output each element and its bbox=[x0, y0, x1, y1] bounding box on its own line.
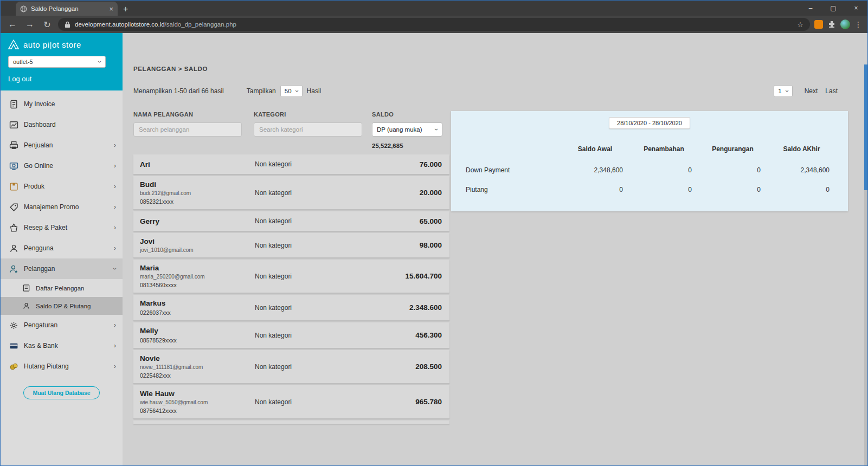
sidebar-item-go-online[interactable]: Go Online › bbox=[1, 156, 123, 176]
promo-icon bbox=[9, 203, 18, 212]
saldo-type-select[interactable]: DP (uang muka) › bbox=[372, 122, 442, 137]
table-row[interactable]: Novienovie_111181@gmail.com0225482xxx No… bbox=[133, 350, 449, 384]
page-scrollbar[interactable] bbox=[864, 64, 867, 466]
padlock-icon bbox=[65, 21, 70, 28]
sidebar-item-pengguna[interactable]: Pengguna › bbox=[1, 238, 123, 258]
customer-category: Non kategori bbox=[255, 273, 372, 280]
detail-value: 0 bbox=[629, 180, 698, 199]
page-number-select[interactable]: 1 › bbox=[774, 85, 792, 97]
scrollbar-thumb[interactable] bbox=[864, 64, 867, 190]
bank-icon bbox=[9, 341, 18, 351]
table-row[interactable]: Mariamaria_250200@gmail.com08134560xxxx … bbox=[133, 260, 449, 293]
customer-saldo: 208.500 bbox=[372, 363, 442, 371]
sidebar-item-label: Hutang Piutang bbox=[24, 363, 108, 370]
table-row[interactable]: Melly08578529xxxx Non kategori 456.300 bbox=[133, 322, 449, 348]
chevron-right-icon: › bbox=[114, 141, 116, 149]
search-kategori-input[interactable] bbox=[254, 122, 362, 137]
chevron-down-icon: › bbox=[783, 90, 791, 92]
sidebar-item-daftar-pelanggan[interactable]: Daftar Pelanggan bbox=[1, 279, 123, 297]
window-close-button[interactable]: × bbox=[845, 1, 867, 16]
chevron-down-icon: › bbox=[96, 61, 104, 63]
reload-database-button[interactable]: Muat Ulang Database bbox=[23, 386, 99, 399]
sidebar-item-produk[interactable]: Produk › bbox=[1, 176, 123, 197]
pagination-last-link[interactable]: Last bbox=[825, 87, 838, 95]
sidebar-item-saldo-dp-piutang[interactable]: Saldo DP & Piutang bbox=[1, 297, 123, 315]
table-row[interactable]: Ari Non kategori 76.000 bbox=[133, 154, 449, 174]
sidebar-item-pelanggan[interactable]: Pelanggan › bbox=[1, 258, 123, 279]
logout-link[interactable]: Log out bbox=[8, 75, 115, 83]
customer-saldo: 76.000 bbox=[372, 160, 442, 169]
detail-col-saldo-akhir: Saldo AKhir bbox=[767, 141, 836, 160]
sidebar-item-resep-paket[interactable]: Resep & Paket › bbox=[1, 217, 123, 238]
customer-saldo: 456.300 bbox=[372, 331, 442, 339]
sidebar-item-dashboard[interactable]: Dashboard bbox=[1, 114, 123, 135]
customer-saldo: 98.000 bbox=[372, 241, 442, 249]
table-row[interactable]: Markus0226037xxx Non kategori 2.348.600 bbox=[133, 295, 449, 321]
table-row[interactable]: Wie Hauwwie.hauw_5050@gmail.com08756412x… bbox=[133, 385, 449, 419]
customer-name: Maria bbox=[140, 264, 255, 272]
detail-col-pengurangan: Pengurangan bbox=[698, 141, 767, 160]
table-row[interactable]: Gerry Non kategori 65.000 bbox=[133, 211, 449, 231]
browser-tab[interactable]: Saldo Pelanggan × bbox=[16, 2, 118, 16]
sidebar-item-hutang-piutang[interactable]: Hutang Piutang › bbox=[1, 356, 123, 377]
pagination: 1 › Next Last bbox=[769, 85, 838, 97]
tab-favicon-globe-icon bbox=[20, 5, 27, 12]
customer-category: Non kategori bbox=[255, 332, 372, 339]
sidebar-item-kas-bank[interactable]: Kas & Bank › bbox=[1, 335, 123, 356]
bookmark-star-icon[interactable]: ☆ bbox=[797, 21, 803, 29]
customer-category: Non kategori bbox=[255, 304, 372, 312]
chevron-right-icon: › bbox=[114, 321, 116, 329]
window-maximize-button[interactable]: ▢ bbox=[822, 1, 845, 16]
extension-orange-icon[interactable] bbox=[814, 20, 823, 29]
chevron-right-icon: › bbox=[114, 183, 116, 190]
detail-value: 0 bbox=[561, 180, 629, 199]
customer-icon bbox=[9, 264, 18, 274]
sidebar-item-penjualan[interactable]: Penjualan › bbox=[1, 135, 123, 156]
search-pelanggan-input[interactable] bbox=[133, 122, 242, 137]
tab-close-icon[interactable]: × bbox=[109, 5, 113, 13]
profile-avatar[interactable] bbox=[840, 20, 850, 29]
window-minimize-button[interactable]: – bbox=[799, 1, 822, 16]
column-header-nama: NAMA PELANGGAN bbox=[133, 111, 254, 118]
customer-name: Ari bbox=[140, 160, 255, 169]
sidebar-item-label: Saldo DP & Piutang bbox=[36, 303, 116, 309]
reload-icon[interactable]: ↻ bbox=[41, 20, 54, 30]
detail-value: 0 bbox=[767, 180, 836, 199]
date-range-input[interactable]: 28/10/2020 - 28/10/2020 bbox=[609, 117, 690, 129]
detail-value: 0 bbox=[629, 160, 698, 180]
table-row-partial bbox=[133, 420, 449, 424]
url-path: /saldo_dp_pelanggan.php bbox=[165, 21, 236, 28]
pagination-next-link[interactable]: Next bbox=[805, 87, 818, 95]
browser-menu-icon[interactable]: ⋮ bbox=[854, 20, 862, 29]
sidebar-item-pengaturan[interactable]: Pengaturan › bbox=[1, 315, 123, 335]
customer-category: Non kategori bbox=[255, 189, 372, 197]
results-row: Menampilkan 1-50 dari 66 hasil Tampilkan… bbox=[133, 85, 867, 97]
customer-category: Non kategori bbox=[255, 242, 372, 249]
table-row[interactable]: Budibudi.212@gmail.com0852321xxxx Non ka… bbox=[133, 176, 449, 210]
sidebar-menu: My Invoice Dashboard Penjualan › Go Onli… bbox=[1, 90, 123, 377]
customer-email: maria_250200@gmail.com bbox=[140, 274, 255, 280]
outlet-select[interactable]: outlet-5 › bbox=[8, 56, 106, 68]
customer-phone: 08134560xxxx bbox=[140, 282, 255, 288]
customer-email: wie.hauw_5050@gmail.com bbox=[140, 399, 255, 405]
customer-saldo: 15.604.700 bbox=[372, 272, 442, 280]
customer-name: Wie Hauw bbox=[140, 390, 255, 398]
balance-icon bbox=[22, 302, 30, 310]
sidebar-item-label: Kas & Bank bbox=[24, 342, 108, 350]
chevron-down-icon: › bbox=[111, 268, 119, 270]
page-size-select[interactable]: 50 › bbox=[280, 85, 303, 97]
chevron-right-icon: › bbox=[114, 203, 116, 211]
sidebar-item-label: Penjualan bbox=[24, 141, 108, 149]
table-row[interactable]: Jovijovi_1010@gmail.com Non kategori 98.… bbox=[133, 233, 449, 258]
sidebar-item-my-invoice[interactable]: My Invoice bbox=[1, 94, 123, 114]
extensions-puzzle-icon[interactable] bbox=[827, 20, 836, 29]
sidebar-item-manajemen-promo[interactable]: Manajemen Promo › bbox=[1, 197, 123, 217]
forward-icon[interactable]: → bbox=[23, 20, 36, 29]
page-number-value: 1 bbox=[778, 88, 781, 94]
detail-row-label: Down Payment bbox=[466, 160, 561, 180]
back-icon[interactable]: ← bbox=[6, 20, 19, 29]
customer-phone: 0225482xxx bbox=[140, 372, 255, 379]
address-bar[interactable]: development.autopilotstore.co.id/saldo_d… bbox=[58, 18, 810, 31]
list-header: NAMA PELANGGAN KATEGORI SALDO DP (uang m… bbox=[133, 111, 449, 149]
new-tab-button[interactable]: + bbox=[123, 4, 128, 16]
